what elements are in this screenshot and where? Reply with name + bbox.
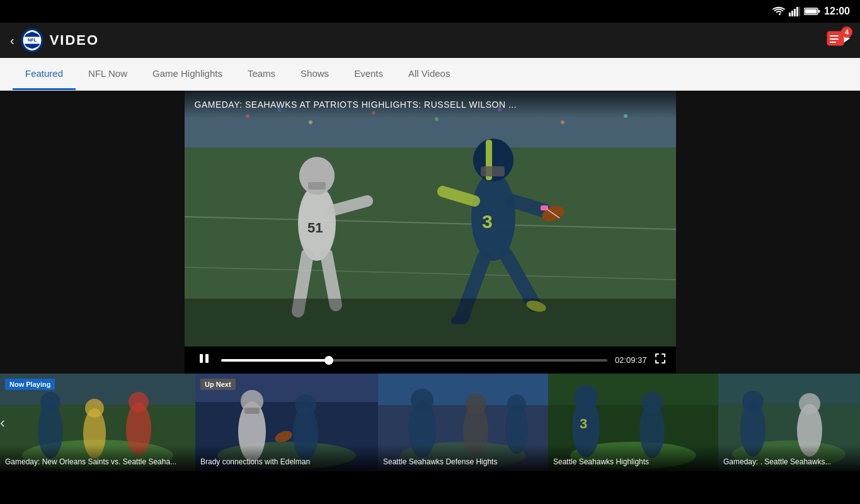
svg-rect-2 — [794, 9, 796, 16]
field-bg: 51 — [185, 91, 676, 346]
svg-text:3: 3 — [580, 416, 587, 432]
tab-all-videos[interactable]: All Videos — [396, 58, 462, 90]
svg-text:3: 3 — [482, 211, 493, 232]
status-bar: 12:00 — [0, 0, 860, 23]
progress-thumb[interactable] — [324, 356, 333, 365]
svg-rect-1 — [791, 11, 793, 16]
svg-rect-7 — [805, 9, 817, 14]
svg-rect-91 — [718, 374, 860, 404]
svg-rect-14 — [830, 35, 839, 37]
thumb-item-3[interactable]: Seattle Seahawks Defense Hights — [378, 374, 548, 471]
prev-arrow[interactable]: ‹ — [0, 414, 5, 432]
tab-game-highlights[interactable]: Game Highlights — [140, 58, 235, 90]
status-time: 12:00 — [824, 6, 850, 17]
svg-point-89 — [641, 392, 663, 413]
header-right: 4 — [825, 29, 850, 52]
video-controls: 02:09:37 — [185, 346, 676, 374]
svg-point-86 — [574, 385, 598, 409]
video-duration: 02:09:37 — [615, 355, 647, 365]
svg-rect-52 — [185, 299, 676, 346]
svg-point-94 — [742, 391, 764, 412]
svg-point-23 — [309, 120, 312, 124]
svg-point-81 — [507, 394, 526, 413]
status-icons: 12:00 — [772, 6, 850, 17]
svg-rect-6 — [818, 10, 820, 13]
thumb-title-2: Brady connections with Edelman — [195, 445, 378, 471]
thumb-badge-1: Now Playing — [5, 379, 55, 390]
svg-point-37 — [471, 173, 515, 261]
nfl-logo: NFL — [20, 28, 45, 53]
svg-point-79 — [465, 393, 486, 415]
tab-featured[interactable]: Featured — [13, 58, 76, 90]
svg-point-61 — [85, 399, 104, 418]
signal-icon — [789, 6, 800, 16]
thumb-title-4: Seattle Seahawks Highlights — [548, 445, 718, 471]
header: ‹ NFL VIDEO 4 — [0, 23, 860, 58]
svg-point-59 — [40, 392, 60, 412]
tab-shows[interactable]: Shows — [288, 58, 341, 90]
svg-rect-4 — [799, 7, 800, 16]
back-button[interactable]: ‹ — [10, 33, 14, 48]
progress-bar[interactable] — [221, 359, 607, 362]
svg-rect-15 — [830, 38, 839, 40]
svg-point-96 — [799, 393, 820, 415]
thumb-badge-2: Up Next — [200, 379, 236, 390]
tab-events[interactable]: Events — [341, 58, 396, 90]
tab-nfl-now[interactable]: NFL Now — [76, 58, 140, 90]
svg-rect-51 — [541, 205, 548, 210]
playlist-button[interactable]: 4 — [825, 29, 850, 52]
video-title: GAMEDAY: SEAHAWKS AT PATRIOTS HIGHLIGHTS… — [185, 91, 676, 118]
svg-rect-83 — [548, 374, 718, 405]
svg-rect-32 — [308, 182, 326, 190]
tab-teams[interactable]: Teams — [235, 58, 288, 90]
pause-icon — [198, 353, 210, 364]
svg-rect-3 — [796, 7, 798, 16]
svg-point-27 — [561, 120, 565, 124]
svg-rect-16 — [830, 42, 836, 43]
svg-text:51: 51 — [307, 220, 323, 236]
thumb-item-1[interactable]: ‹ Now Playing Gameday: New Orleans Saint… — [0, 374, 195, 471]
thumb-item-4[interactable]: 3 Seattle Seahawks Highlights — [548, 374, 718, 471]
nav-tabs: Featured NFL Now Game Highlights Teams S… — [0, 58, 860, 91]
header-title: VIDEO — [50, 32, 99, 49]
svg-point-71 — [295, 394, 316, 416]
thumb-title-1: Gameday: New Orleans Saints vs. Seattle … — [0, 445, 195, 471]
thumb-title-5: Gameday: . Seattle Seahawks... — [718, 445, 860, 471]
svg-point-63 — [129, 392, 149, 412]
wifi-icon — [772, 6, 785, 16]
video-thumbnail[interactable]: 51 — [185, 91, 676, 346]
svg-rect-54 — [205, 354, 209, 363]
thumb-item-2[interactable]: Up Next Brady connections with Edelman — [195, 374, 378, 471]
battery-icon — [804, 7, 820, 16]
fullscreen-icon — [655, 353, 666, 364]
svg-rect-41 — [481, 166, 505, 176]
svg-text:NFL: NFL — [28, 37, 37, 43]
svg-line-42 — [512, 201, 544, 210]
video-area: GAMEDAY: SEAHAWKS AT PATRIOTS HIGHLIGHTS… — [0, 91, 860, 374]
thumb-title-3: Seattle Seahawks Defense Hights — [378, 445, 548, 471]
thumb-item-5[interactable]: Gameday: . Seattle Seahawks... — [718, 374, 860, 471]
svg-point-77 — [411, 389, 433, 411]
svg-rect-0 — [789, 13, 791, 16]
svg-rect-53 — [200, 354, 203, 363]
thumbnail-row: ‹ Now Playing Gameday: New Orleans Saint… — [0, 374, 860, 471]
pause-button[interactable] — [195, 352, 214, 369]
svg-rect-69 — [244, 408, 260, 414]
video-container: GAMEDAY: SEAHAWKS AT PATRIOTS HIGHLIGHTS… — [185, 91, 676, 374]
playlist-badge: 4 — [841, 26, 852, 38]
progress-filled — [221, 359, 330, 362]
fullscreen-button[interactable] — [655, 353, 666, 367]
